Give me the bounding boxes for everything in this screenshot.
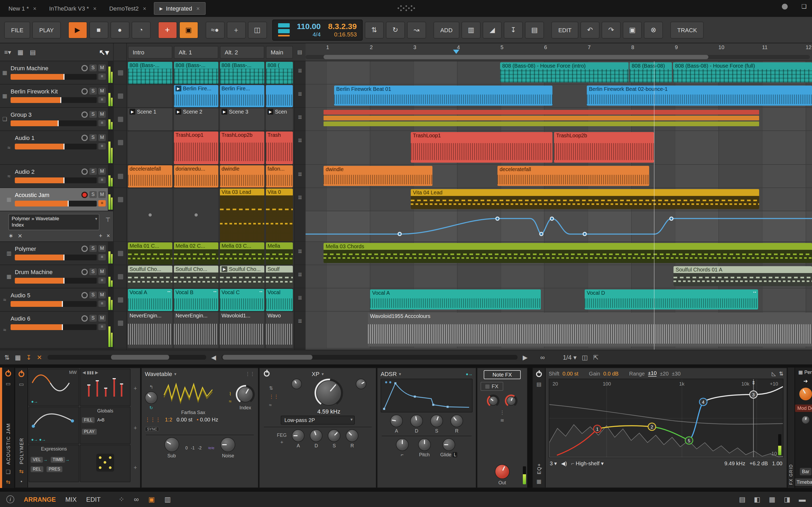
fx-knob1[interactable]	[489, 396, 498, 406]
scene-strip-cell[interactable]: ≣	[295, 242, 306, 265]
track-row[interactable]: ≈Audio 5SM≡	[0, 288, 113, 312]
grid-columns-button[interactable]: ▥	[164, 495, 171, 503]
track-menu-button[interactable]: ≡	[98, 143, 106, 150]
clip-stop-button[interactable]	[118, 274, 123, 279]
track-name[interactable]: Berlin Firework Kit	[11, 88, 80, 94]
solo-button[interactable]: S	[89, 191, 97, 198]
clip-playing-icon[interactable]: ▶	[130, 109, 135, 115]
clip-playing-icon[interactable]: ▶	[175, 109, 181, 115]
arranger-clip[interactable]: dwindle	[323, 166, 433, 186]
clip-launch-cell[interactable]: Mella 01 C...	[128, 242, 172, 265]
song-position-value[interactable]: 8.3.2.39	[328, 22, 357, 31]
arranger-hscrollbar[interactable]	[221, 355, 517, 360]
arranger-lane[interactable]: Berlin Firework Beat 01Berlin Firework B…	[306, 84, 812, 108]
mixer-panel-button[interactable]: ◨	[784, 495, 790, 503]
osc-detune-value[interactable]: • 0.00 Hz	[197, 417, 218, 422]
track-row[interactable]: ❏Group 3SM≡	[0, 108, 113, 131]
track-name[interactable]: Audio 6	[11, 315, 80, 321]
clip-launch-cell[interactable]: Vita 0	[266, 188, 293, 241]
clip-launch-cell[interactable]: ▶Scene 2	[174, 108, 218, 130]
add-modulator-icon[interactable]: +	[134, 385, 137, 391]
link-icon[interactable]: ∞	[134, 495, 139, 503]
scene-strip-cell[interactable]: ≣	[295, 188, 306, 242]
play-menu-button[interactable]: PLAY	[32, 21, 60, 38]
globals-module[interactable]: Globals FILL A▪B PLAY	[80, 407, 131, 444]
cutoff-value[interactable]: 4.59 kHz	[317, 408, 341, 414]
clip-stop-button[interactable]	[118, 174, 123, 179]
clip-launch-cell[interactable]: Mella 03 C...	[220, 242, 264, 265]
fill-toggle[interactable]: FILL	[82, 417, 95, 423]
record-button[interactable]: ●	[110, 21, 129, 38]
clip-launch-cell[interactable]: Vita 03 Lead	[220, 188, 264, 241]
bar-chip[interactable]: Bar	[800, 468, 811, 475]
automation-point[interactable]	[550, 217, 554, 221]
add-audio-track-button[interactable]: ◢	[483, 21, 502, 38]
clip-launch-cell[interactable]: 808 (	[266, 62, 293, 84]
group-clip-strip[interactable]	[323, 121, 759, 126]
scene-strip-cell[interactable]: ≣	[295, 108, 306, 131]
edit-menu-button[interactable]: EDIT	[551, 21, 578, 38]
polymer-power-icon[interactable]	[18, 371, 24, 377]
clip-stop-cell[interactable]	[114, 312, 126, 349]
perf-route-icon[interactable]: ➔	[804, 378, 808, 384]
track-name[interactable]: Audio 2	[15, 168, 80, 175]
pitch-mod-icon[interactable]: ⋮⋮⋮	[145, 417, 161, 422]
routing-icon[interactable]: ⇆	[6, 479, 11, 485]
noise-knob[interactable]	[221, 437, 236, 452]
filter-attack-knob[interactable]	[292, 429, 305, 442]
follow-down-icon[interactable]: ↧	[26, 353, 32, 361]
track-name[interactable]: Acoustic Jam	[15, 191, 80, 198]
add-effect-track-button[interactable]: ↧	[504, 21, 523, 38]
inspector-panel-button[interactable]: ◧	[754, 495, 760, 503]
track-row[interactable]: ≈Audio 6SM≡	[0, 312, 113, 349]
clip-launch-cell[interactable]: Wavoloid1...	[220, 312, 264, 348]
mute-button[interactable]: M	[98, 111, 106, 118]
clip-launch-cell[interactable]: Berlin Fire...	[220, 85, 264, 107]
eq-band-gain-value[interactable]: +6.2 dB	[750, 460, 768, 466]
automation-point[interactable]	[539, 232, 544, 236]
track-menu-button[interactable]: ≡	[98, 254, 106, 260]
keytrack-icon[interactable]: ↰	[149, 385, 153, 390]
tab-close-icon[interactable]: ×	[196, 5, 200, 12]
curve-route-icon[interactable]: ●→ ●→	[31, 437, 46, 442]
track-menu-button[interactable]: ≡	[98, 300, 106, 307]
position-display[interactable]: 8.3.2.39 0:16.553	[328, 22, 357, 37]
add-menu-button[interactable]: ADD	[434, 21, 459, 38]
env-decay-knob[interactable]	[410, 414, 423, 427]
automation-point[interactable]	[669, 217, 673, 221]
ab-toggle[interactable]: A▪B	[97, 418, 104, 422]
clip-launch-cell[interactable]: ▶Scen	[266, 108, 293, 130]
eq-band-freq-value[interactable]: 9.49 kHz	[724, 460, 745, 466]
volume-fader[interactable]	[15, 254, 97, 260]
arranger-lane[interactable]	[306, 108, 812, 131]
clip-launch-cell[interactable]	[128, 188, 172, 241]
mute-button[interactable]: M	[98, 134, 106, 141]
arranger-lane[interactable]: 808 (Bass-08) - House Force (intro)808 (…	[306, 61, 812, 84]
track-row[interactable]: ▦Berlin Firework KitSM≡	[0, 84, 113, 108]
link-scroll-icon[interactable]: ∞	[540, 353, 545, 361]
pointer-tool-icon[interactable]: ↖▾	[99, 48, 109, 56]
arranger-clip[interactable]: TrashLoop2b	[554, 132, 654, 163]
clip-stop-button[interactable]	[118, 117, 123, 122]
mw-modulator[interactable]: MW ●→	[29, 369, 79, 406]
list-view-icon[interactable]: ▤	[30, 48, 36, 56]
clip-launch-cell[interactable]: deceleratefall	[128, 165, 172, 187]
clip-launch-cell[interactable]: Soulf	[266, 266, 293, 288]
timebase-chip[interactable]: Timebas	[795, 478, 812, 486]
clip-launch-cell[interactable]: 808 (Bass-...	[174, 62, 218, 84]
device-selector-chip[interactable]: Polymer » WavetableIndex▾	[8, 214, 99, 230]
clear-selection-icon[interactable]: ✕	[37, 353, 42, 361]
steps-modulator[interactable]: ◀ ▮▮▮ ▶	[80, 369, 131, 406]
clip-stop-button[interactable]	[118, 197, 123, 202]
record-mode-button[interactable]: ◫	[248, 21, 267, 38]
clip-stop-cell[interactable]	[114, 84, 126, 108]
vel-expression[interactable]: VEL	[31, 457, 43, 463]
filter-wave-icon[interactable]: ≈	[269, 402, 278, 408]
undo-button[interactable]: ↶	[580, 21, 600, 38]
track-row[interactable]: ≈Audio 2SM≡	[0, 165, 113, 188]
copy-button[interactable]: ▣	[623, 21, 642, 38]
arranger-clip[interactable]: TrashLoop1	[411, 132, 552, 163]
eq-band-type-dropdown[interactable]: ⌐ High-shelf ▾	[571, 460, 604, 466]
chevron-down-icon[interactable]: ▾	[95, 217, 97, 222]
timb-expression[interactable]: TIMB	[50, 457, 65, 463]
